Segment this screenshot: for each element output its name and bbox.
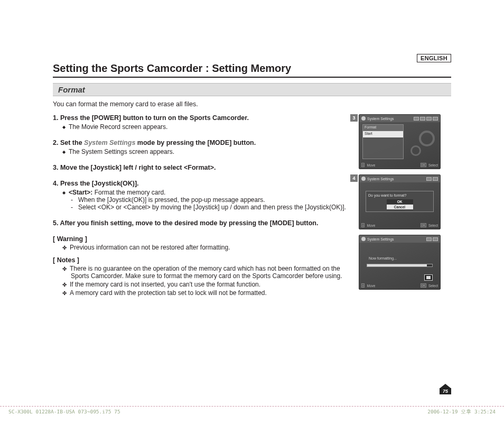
screen3-title: System Settings (367, 117, 394, 121)
screenshot-4-badge: 4 (350, 174, 358, 182)
gear-icon (361, 116, 366, 121)
page-number-badge: 75 (440, 384, 451, 394)
screens-column: 3 System Settings Format Start ◊Move OK (359, 114, 451, 297)
step-4: 4. Press the [Joystick(OK)]. <Start>: Fo… (53, 180, 348, 211)
note-item-1: There is no guarantee on the operation o… (62, 265, 348, 280)
joystick-icon: ◊ (361, 223, 365, 227)
joystick-icon: ◊ (361, 163, 365, 167)
step-4-dash-2: Select <OK> or <Cancel> by moving the [J… (71, 204, 348, 211)
screen3-topbar: System Settings (359, 115, 440, 122)
popup-ok-button: OK (387, 199, 413, 204)
screen4-topbar: System Settings (359, 175, 440, 182)
page-title: Setting the Sports Camcorder : Setting M… (53, 62, 451, 78)
screen3-move: Move (367, 163, 375, 167)
screen4-botbar: ◊Move OKSelect (361, 223, 438, 228)
step-4-dash-1: When the [Joystick(OK)] is pressed, the … (71, 196, 348, 204)
screenshot-3-wrap: 3 System Settings Format Start ◊Move OK (359, 114, 451, 169)
formatting-message: Now formatting... (369, 256, 397, 260)
screenshot-4: System Settings Do you want to format? O… (359, 174, 441, 229)
confirm-popup: Do you want to format? OK Cancel (366, 191, 434, 212)
screenshot-3: System Settings Format Start ◊Move OKSel… (359, 114, 441, 169)
screen3-panel: Format Start (362, 124, 404, 159)
screenshot-3-badge: 3 (350, 114, 358, 122)
step-3-head: Move the [Joystick] left / right to sele… (60, 164, 216, 171)
screen4-status-icons (426, 177, 438, 181)
step-4-sub: <Start>: Format the memory card. (62, 189, 348, 196)
step-4-head: Press the [Joystick(OK)]. (60, 180, 139, 187)
ok-icon: OK (421, 283, 426, 288)
popup-cancel-button: Cancel (387, 205, 413, 209)
screen5-move: Move (367, 284, 375, 288)
screen3-botbar: ◊Move OKSelect (361, 162, 438, 168)
screen5-topbar: System Settings (359, 235, 440, 243)
note-item-2: If the memory card is not inserted, you … (62, 281, 348, 288)
footer-left: SC-X300L 01228A-IB-USA 073~095.i75 75 (8, 409, 120, 416)
triangle-up-icon (440, 384, 451, 388)
warning-heading: [ Warning ] (53, 235, 348, 243)
note-item-3: A memory card with the protection tab se… (62, 289, 348, 297)
step-2-sub: The System Settings screen appears. (62, 148, 348, 155)
screen5-botbar: ◊Move OKSelect (361, 283, 438, 288)
step-5: 5. After you finish setting, move to the… (53, 219, 348, 227)
intro-text: You can format the memory card to erase … (53, 100, 451, 108)
section-heading: Format (53, 83, 451, 96)
gear-icon (361, 177, 366, 181)
notes-heading: [ Notes ] (53, 256, 348, 264)
gear-icon (361, 237, 366, 241)
gears-bg-icon (407, 128, 437, 158)
steps-column: 1. Press the [POWER] button to turn on t… (53, 114, 359, 297)
warning-item-1: Previous information can not be restored… (62, 244, 348, 251)
screen3-select: Select (428, 163, 438, 167)
memory-card-icon (424, 274, 433, 281)
step-1-sub: The Movie Record screen appears. (62, 123, 348, 131)
step-2-head-ital: System Settings (84, 139, 135, 146)
step-2: 2. Set the System Settings mode by press… (53, 139, 348, 155)
step-2-num: 2. (53, 139, 58, 146)
step-3: 3. Move the [Joystick] left / right to s… (53, 164, 348, 171)
step-3-num: 3. (53, 164, 58, 171)
joystick-icon: ◊ (361, 283, 365, 288)
step-5-num: 5. (53, 219, 58, 227)
screen3-panel-row: Start (363, 131, 403, 137)
step-2-head-b: mode by pressing the [MODE] button. (135, 139, 256, 146)
screen5-title: System Settings (367, 237, 394, 241)
step-1-num: 1. (53, 114, 58, 122)
screenshot-4-wrap: 4 System Settings Do you want to format?… (359, 174, 451, 229)
popup-message: Do you want to format? (368, 193, 431, 199)
step-4-sub-rest: Format the memory card. (92, 189, 165, 196)
step-2-head-a: Set the (60, 139, 84, 146)
screen3-status-icons (414, 117, 438, 121)
screen5-status-icons (426, 237, 438, 241)
ok-icon: OK (421, 223, 426, 227)
footer-right: 2006-12-19 오후 3:25:24 (427, 409, 496, 416)
page-number: 75 (440, 388, 451, 394)
screen3-panel-head: Format (363, 125, 403, 131)
screenshot-5: System Settings Now formatting... ◊Move … (359, 235, 441, 290)
screenshot-5-wrap: System Settings Now formatting... ◊Move … (359, 235, 451, 290)
screen4-title: System Settings (367, 177, 394, 181)
print-footer: SC-X300L 01228A-IB-USA 073~095.i75 75 20… (0, 406, 504, 416)
step-4-sub-bold: <Start>: (69, 189, 92, 196)
language-tag: ENGLISH (417, 54, 451, 62)
step-1-head: Press the [POWER] button to turn on the … (60, 114, 249, 122)
screen4-select: Select (428, 224, 438, 227)
step-4-num: 4. (53, 180, 58, 187)
step-5-head: After you finish setting, move to the de… (60, 219, 318, 227)
progress-bar (367, 264, 433, 267)
ok-icon: OK (421, 163, 426, 167)
screen5-select: Select (428, 284, 438, 288)
screen4-move: Move (367, 224, 375, 227)
step-1: 1. Press the [POWER] button to turn on t… (53, 114, 348, 131)
